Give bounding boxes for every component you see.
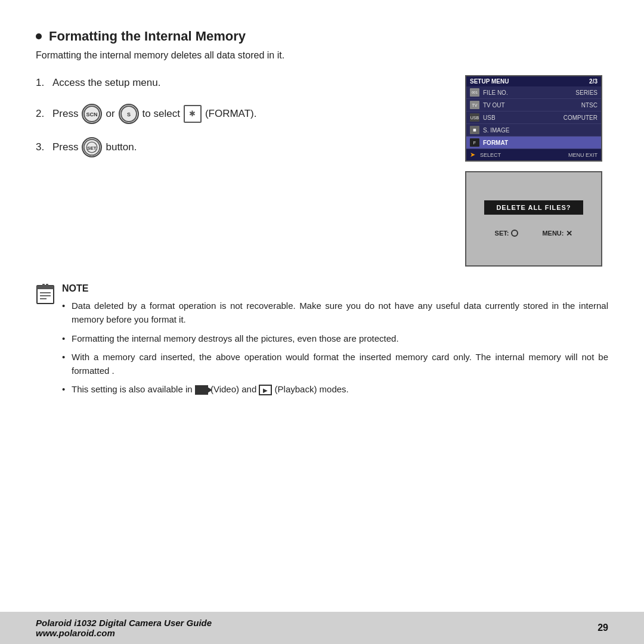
dialog-set-label: SET: [495,230,509,237]
step-1: 1. Access the setup menu. [36,75,447,91]
note-bullet-1: Data deleted by a format operation is no… [62,299,608,327]
step-3-suffix: button. [106,140,137,155]
dialog-footer: SET: MENU: ✕ [495,229,573,238]
format-icon: ✱ [184,105,202,123]
delete-dialog-screenshot: DELETE ALL FILES? SET: MENU: ✕ [465,171,602,267]
dialog-menu-item: MENU: ✕ [542,229,572,238]
menu-label-simage: S. IMAGE [483,127,594,134]
set-circle-icon [511,230,518,237]
menu-icon-usb: USB [470,113,479,122]
footer-page-number: 29 [597,623,608,633]
step-2-or: or [106,106,114,122]
footer-brand-text: Polaroid i1032 Digital Camera User Guide [36,618,212,628]
step-2: 2. Press SCN or S to select [36,104,447,124]
video-mode-icon [195,385,208,395]
step-2-format: (FORMAT). [205,106,257,122]
dialog-set-item: SET: [495,229,519,238]
menu-value-tvout: NTSC [581,102,597,109]
note-content: NOTE Data deleted by a format operation … [62,283,608,401]
delete-button-text: DELETE ALL FILES? [496,204,571,211]
menu-row-format: F FORMAT [466,137,601,149]
setup-menu-screenshot: SETUP MENU 2/3 001 FILE NO. SERIES TV TV… [465,75,602,162]
title-text: Formatting the Internal Memory [49,29,246,44]
main-area: 1. Access the setup menu. 2. Press SCN o… [36,75,608,267]
note-bullet-1-text: Data deleted by a format operation is no… [72,301,608,324]
svg-text:SET: SET [88,145,97,150]
menu-row-simage: ◼ S. IMAGE [466,124,601,137]
svg-text:SCN: SCN [86,112,98,117]
playback-mode-icon: ▶ [259,385,272,395]
note-bullet-4: This setting is also available in (Video… [62,382,608,396]
menu-x-icon: ✕ [566,229,572,238]
subtitle-text: Formatting the internal memory deletes a… [36,50,608,61]
menu-row-tvout: TV TV OUT NTSC [466,99,601,112]
dialog-menu-label: MENU: [542,230,564,237]
note-bullet-3: With a memory card inserted, the above o… [62,350,608,378]
note-bullet-4-text-start: This setting is also available in [72,384,195,394]
down-button-icon: S [119,104,139,124]
note-bullet-2: Formatting the internal memory destroys … [62,332,608,345]
note-bullet-2-text: Formatting the internal memory destroys … [72,333,399,343]
page-footer: Polaroid i1032 Digital Camera User Guide… [0,612,644,644]
menu-row-fileno: 001 FILE NO. SERIES [466,86,601,99]
menu-row-usb: USB USB COMPUTER [466,112,601,124]
menu-icon-tvout: TV [470,101,479,109]
note-bullet-3-text: With a memory card inserted, the above o… [72,352,608,376]
step-3: 3. Press SET button. [36,137,447,157]
instructions-panel: 1. Access the setup menu. 2. Press SCN o… [36,75,465,267]
step-1-text: Access the setup menu. [52,75,160,91]
screenshots-panel: SETUP MENU 2/3 001 FILE NO. SERIES TV TV… [465,75,608,267]
menu-icon-simage: ◼ [470,126,479,134]
note-icon [36,283,55,401]
menu-value-usb: COMPUTER [564,114,597,121]
video-label: (Video) and [210,384,259,394]
menu-icon-fileno: 001 [470,88,479,97]
svg-text:S: S [127,112,131,117]
step-number-3: 3. [36,140,49,155]
menu-footer: ➤ SELECT MENU EXIT [466,149,601,160]
footer-select-text: SELECT [480,152,501,158]
step-2-prefix: Press [52,106,78,122]
svg-rect-12 [42,284,45,287]
menu-label-tvout: TV OUT [483,102,578,109]
playback-label: (Playback) modes. [275,384,349,394]
menu-value-fileno: SERIES [575,89,597,96]
step-2-to-select: to select [143,106,180,122]
step-number-1: 1. [36,75,49,91]
menu-label-usb: USB [483,114,560,121]
menu-page: 2/3 [589,78,597,85]
step-number-2: 2. [36,106,49,122]
svg-rect-8 [37,286,54,289]
scn-button-icon: SCN [82,104,102,124]
section-title: Formatting the Internal Memory [36,29,608,44]
menu-title: SETUP MENU [470,78,509,85]
footer-website-text: www.polaroid.com [36,628,212,638]
setup-menu-header: SETUP MENU 2/3 [466,76,601,86]
note-title: NOTE [62,283,608,294]
bullet-icon [36,33,42,39]
svg-rect-13 [46,284,48,287]
delete-all-files-button: DELETE ALL FILES? [484,200,583,215]
menu-icon-format: F [470,138,479,147]
menu-label-format: FORMAT [483,140,594,146]
footer-exit-text: MENU EXIT [568,152,597,158]
menu-label-fileno: FILE NO. [483,89,572,96]
note-section: NOTE Data deleted by a format operation … [36,283,608,401]
note-list: Data deleted by a format operation is no… [62,299,608,397]
step-3-prefix: Press [52,140,78,155]
footer-brand-area: Polaroid i1032 Digital Camera User Guide… [36,618,212,638]
set-button-icon: SET [82,137,102,157]
footer-arrow-icon: ➤ [470,151,475,159]
